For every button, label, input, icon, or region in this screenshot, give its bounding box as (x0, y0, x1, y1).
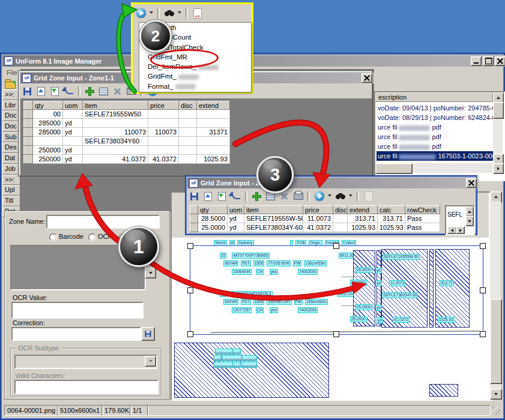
valid-characters-input[interactable] (14, 380, 159, 394)
row-header[interactable] (24, 137, 33, 146)
menu-item-gridfmt[interactable]: GridFmt_ (139, 71, 251, 81)
grid-cell[interactable] (197, 137, 230, 146)
grid-cell[interactable]: 313.71 (348, 214, 378, 223)
valid-characters-field[interactable] (16, 381, 157, 393)
resize-grip[interactable] (492, 406, 500, 415)
selection-handle[interactable] (333, 331, 339, 337)
grid-cell[interactable] (148, 119, 179, 128)
grid-cell[interactable]: 41.0372 (83, 155, 148, 164)
sidebar-item[interactable]: Titl (2, 196, 20, 206)
grid-cell[interactable] (333, 223, 348, 232)
print-button[interactable] (293, 191, 303, 202)
row-header[interactable] (190, 214, 198, 223)
grid-cell[interactable] (179, 146, 197, 155)
row-header[interactable] (190, 223, 198, 232)
grid-cell[interactable] (83, 146, 148, 155)
grid-cell[interactable] (179, 155, 197, 164)
save-button[interactable] (189, 191, 199, 202)
undo-button[interactable] (231, 191, 241, 202)
grid-cell[interactable]: 1025.93 (378, 223, 405, 232)
selection-handle[interactable] (187, 287, 193, 293)
list-item[interactable]: voDate: 09/04/13 | poNumber: 294785-0 (376, 103, 494, 113)
grid-cell[interactable]: Pass (405, 214, 440, 223)
grid-zone-column[interactable] (376, 250, 381, 326)
correction-save-button[interactable] (141, 327, 155, 341)
selection-handle[interactable] (480, 243, 486, 249)
grid-cell[interactable] (63, 137, 83, 146)
find-button[interactable] (335, 191, 345, 202)
grid-cell[interactable] (179, 128, 197, 137)
row-header[interactable] (24, 110, 33, 119)
grid-cell[interactable]: yd (63, 128, 83, 137)
grid-cell[interactable]: yd (63, 155, 83, 164)
grid-cell[interactable]: yd (228, 223, 244, 232)
grid-cell[interactable] (148, 137, 179, 146)
selection-handle[interactable] (480, 331, 486, 337)
find-dropdown-arrow-icon[interactable] (349, 194, 352, 199)
ocr-subtype-combobox[interactable] (14, 355, 157, 369)
list-hscrollbar-thumb[interactable] (375, 163, 413, 174)
zone-region[interactable] (429, 384, 458, 397)
grid-cell[interactable]: SEFLE738034Y-60 (244, 223, 303, 232)
open-button[interactable] (203, 191, 213, 202)
grid-cell[interactable]: 313.71 (378, 214, 405, 223)
grid-cell[interactable]: 25.0000 (198, 223, 228, 232)
run-button[interactable] (136, 8, 146, 19)
grid-cell[interactable]: 285000 (33, 119, 63, 128)
list-item-selected[interactable]: urce fil167503-1-0023-00001. (376, 151, 494, 161)
undo-button[interactable] (64, 86, 74, 97)
delete-button[interactable] (112, 86, 122, 97)
find-button[interactable] (164, 8, 174, 19)
row-header[interactable] (24, 146, 33, 155)
grid-cell[interactable] (148, 146, 179, 155)
minimize-button[interactable] (471, 56, 482, 66)
grid-cell[interactable]: 250000 (33, 146, 63, 155)
grid-cell[interactable] (333, 214, 348, 223)
grid-cell[interactable]: SEFLE719555W-50 (244, 214, 303, 223)
grid-cell[interactable]: 110073 (148, 128, 179, 137)
grid-zone-column[interactable] (353, 250, 375, 326)
grid-cell[interactable]: 11.0073 (303, 214, 333, 223)
grid-zone-column[interactable] (435, 249, 470, 328)
grid-cell[interactable]: 00 (33, 110, 63, 119)
add-row-button[interactable] (252, 191, 262, 202)
grid-cell[interactable] (197, 119, 230, 128)
barcode-radio[interactable] (49, 233, 57, 241)
run-dropdown-arrow-icon[interactable] (328, 194, 331, 199)
delete-button[interactable] (279, 191, 289, 202)
maximize-button[interactable] (483, 56, 494, 66)
grid-cell[interactable]: 1025.93 (197, 155, 230, 164)
correction-input[interactable] (11, 327, 141, 341)
grid-cell[interactable]: yd (63, 146, 83, 155)
grid-cell[interactable]: 1025.93 (348, 223, 378, 232)
grid-cell[interactable] (148, 110, 179, 119)
grid-cell[interactable] (179, 137, 197, 146)
grid-cell[interactable] (179, 110, 197, 119)
list-item[interactable]: urce filpdf (376, 142, 494, 151)
selection-handle[interactable] (187, 243, 193, 249)
grid-cell[interactable]: Pass (405, 223, 440, 232)
side-scroll-down[interactable] (465, 216, 474, 226)
grid-cell[interactable]: yd (63, 119, 83, 128)
grid-cell[interactable]: 285000 (33, 128, 63, 137)
export-button[interactable] (50, 86, 60, 97)
zone-region[interactable] (174, 343, 329, 398)
xml-button[interactable]: xml (192, 8, 202, 19)
selection-handle[interactable] (333, 243, 339, 249)
side-scroll-right[interactable] (456, 226, 465, 234)
grid-cell[interactable] (83, 119, 148, 128)
zone-name-field[interactable] (47, 216, 159, 227)
grid-cell[interactable] (63, 110, 83, 119)
grid-zone-column[interactable] (429, 249, 434, 328)
menu-file[interactable]: File (7, 69, 17, 76)
grid-cell[interactable]: 41.0372 (303, 223, 333, 232)
selection-handle[interactable] (480, 287, 486, 293)
dialog3-titlebar[interactable]: uf Grid Zone Input - Zone1-1 (187, 178, 479, 188)
grid-cell[interactable]: SEFLE738034Y60 (83, 137, 148, 146)
row-header[interactable] (24, 119, 33, 128)
grid-cell[interactable]: yd (228, 214, 244, 223)
main-titlebar[interactable]: uf UnForm 8.1 Image Manager (2, 55, 505, 67)
grid-zone-column[interactable] (381, 249, 428, 328)
grid-cell[interactable]: SEFLE719555W50 (83, 110, 148, 119)
open-file-button[interactable] (5, 81, 16, 89)
